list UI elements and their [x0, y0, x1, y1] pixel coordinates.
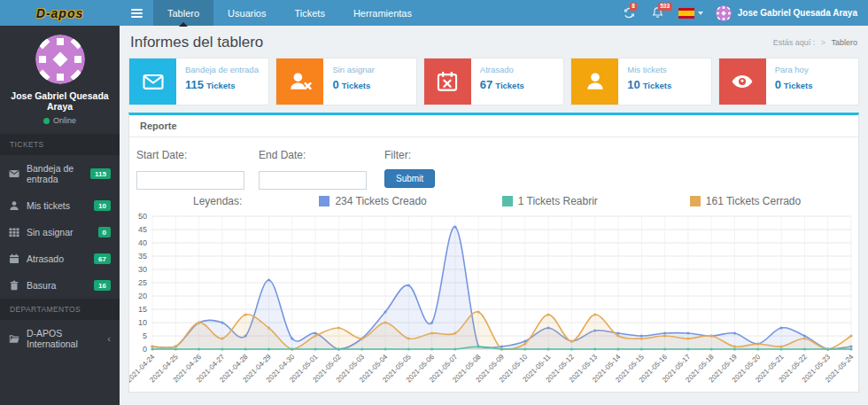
card-value: 10Tickets [627, 76, 671, 92]
report-panel-title: Reporte [129, 115, 858, 137]
navbar-user-name: Jose Gabriel Quesada Araya [738, 8, 857, 18]
nav-item-herramientas[interactable]: Herramientas [339, 0, 426, 26]
chart-legend: Leyendas: 234 Tickets Creado 1 Tickets R… [129, 190, 858, 209]
stat-card-mis-tickets[interactable]: Mis tickets 10Tickets [570, 58, 711, 105]
chevron-down-icon [698, 12, 703, 15]
envelope-icon [129, 58, 176, 105]
notifications-bell-icon[interactable]: 533 [650, 5, 666, 21]
sidebar-item-basura[interactable]: Basura 16 [0, 272, 120, 299]
breadcrumb-current[interactable]: Tablero [831, 38, 857, 47]
user-menu[interactable]: Jose Gabriel Quesada Araya [716, 5, 857, 21]
card-label: Atrasado [480, 65, 524, 74]
eye-icon [719, 58, 766, 105]
svg-text:35: 35 [138, 252, 147, 261]
main-nav: Tablero Usuarios Tickets Herramientas [153, 0, 426, 26]
sync-icon[interactable]: 8 [622, 5, 638, 21]
report-filter-form: Start Date: End Date: Filter: Submit [129, 137, 858, 190]
card-label: Bandeja de entrada [185, 65, 259, 74]
count-badge: 67 [94, 253, 111, 264]
navbar-right: 8 533 [622, 0, 868, 26]
card-value: 0Tickets [775, 76, 813, 92]
svg-text:50: 50 [138, 212, 147, 221]
start-date-label: Start Date: [136, 149, 259, 161]
sidebar-item-mis-tickets[interactable]: Mis tickets 10 [0, 192, 120, 219]
main-content: Informes del tablero Estás aquí : > Tabl… [120, 26, 868, 405]
legend-swatch-teal [502, 196, 513, 206]
start-date-input[interactable] [136, 171, 244, 190]
user-icon [571, 58, 618, 105]
sidebar: Jose Gabriel Quesada Araya Online TICKET… [0, 26, 120, 405]
chevron-left-icon: ‹ [107, 333, 111, 344]
card-value: 67Tickets [480, 76, 524, 92]
svg-text:5: 5 [143, 331, 147, 340]
language-selector[interactable] [678, 8, 703, 19]
avatar[interactable] [35, 35, 85, 84]
count-badge: 0 [98, 227, 111, 238]
sidebar-user-name: Jose Gabriel Quesada Araya [5, 90, 114, 112]
svg-text:30: 30 [138, 265, 147, 274]
active-tab-caret-icon [179, 22, 188, 27]
page-header: Informes del tablero Estás aquí : > Tabl… [120, 26, 868, 56]
count-badge: 16 [94, 280, 111, 291]
nav-item-tablero[interactable]: Tablero [153, 0, 213, 26]
submit-button[interactable]: Submit [384, 169, 435, 188]
svg-text:25: 25 [138, 278, 147, 287]
count-badge: 115 [90, 168, 111, 179]
legend-title: Leyendas: [193, 195, 242, 207]
legend-swatch-orange [690, 196, 701, 206]
legend-item-creado[interactable]: 234 Tickets Creado [319, 195, 426, 207]
brand-logo[interactable]: D-apos [0, 0, 120, 26]
sidebar-item-dapos-international[interactable]: D-APOS International ‹ [0, 320, 120, 357]
online-dot-icon [43, 118, 50, 124]
trash-icon [9, 280, 19, 291]
stat-card-atrasado[interactable]: Atrasado 67Tickets [423, 58, 564, 105]
stat-card-bandeja-de-entrada[interactable]: Bandeja de entrada 115Tickets [128, 58, 269, 105]
card-label: Sin asignar [332, 65, 375, 74]
nav-item-tickets[interactable]: Tickets [280, 0, 338, 26]
section-header-departamentos: DEPARTAMENTOS [0, 299, 120, 320]
report-panel: Reporte Start Date: End Date: Filter: Su… [128, 113, 859, 393]
sidebar-item-atrasado[interactable]: Atrasado 67 [0, 245, 120, 272]
app-window: D-apos Tablero Usuarios Tickets Herramie… [0, 0, 868, 405]
svg-text:20: 20 [138, 292, 147, 300]
sidebar-item-bandeja-de-entrada[interactable]: Bandeja de entrada 115 [0, 155, 120, 192]
legend-item-cerrado[interactable]: 161 Tickets Cerrado [690, 195, 801, 207]
breadcrumb: Estás aquí : > Tablero [773, 38, 857, 47]
spain-flag-icon [678, 8, 694, 19]
grid-icon [9, 227, 19, 238]
calendar-icon [9, 253, 19, 264]
svg-text:45: 45 [138, 225, 147, 234]
card-label: Para hoy [775, 65, 813, 74]
online-status: Online [5, 116, 114, 125]
card-value: 115Tickets [185, 76, 259, 92]
legend-item-reabrir[interactable]: 1 Tickets Reabrir [502, 195, 598, 207]
report-chart: 051015202530354045502021-04-242021-04-25… [129, 209, 858, 392]
user-x-icon [276, 58, 323, 105]
calendar-x-icon [424, 58, 471, 105]
svg-text:0: 0 [143, 345, 147, 354]
stat-cards-row: Bandeja de entrada 115Tickets Sin asigna… [128, 58, 859, 105]
svg-text:15: 15 [138, 305, 147, 314]
end-date-input[interactable] [259, 171, 367, 190]
end-date-label: End Date: [259, 149, 384, 161]
nav-item-usuarios[interactable]: Usuarios [213, 0, 280, 26]
folder-icon [9, 333, 19, 344]
svg-text:10: 10 [138, 318, 147, 327]
legend-swatch-blue [319, 196, 329, 206]
stat-card-sin-asignar[interactable]: Sin asignar 0Tickets [275, 58, 416, 105]
section-header-tickets: TICKETS [0, 134, 120, 155]
sidebar-item-sin-asignar[interactable]: Sin asignar 0 [0, 219, 120, 245]
sync-badge: 8 [630, 3, 638, 12]
svg-text:40: 40 [138, 238, 147, 247]
count-badge: 10 [94, 200, 111, 211]
stat-card-para-hoy[interactable]: Para hoy 0Tickets [718, 58, 859, 105]
page-title: Informes del tablero [130, 34, 263, 51]
envelope-icon [9, 168, 19, 179]
breadcrumb-separator: > [821, 38, 825, 47]
top-navbar: D-apos Tablero Usuarios Tickets Herramie… [0, 0, 868, 26]
user-icon [9, 200, 19, 211]
avatar [716, 5, 732, 21]
notifications-badge: 533 [658, 3, 672, 12]
card-label: Mis tickets [627, 65, 671, 74]
sidebar-toggle-button[interactable] [120, 0, 153, 26]
